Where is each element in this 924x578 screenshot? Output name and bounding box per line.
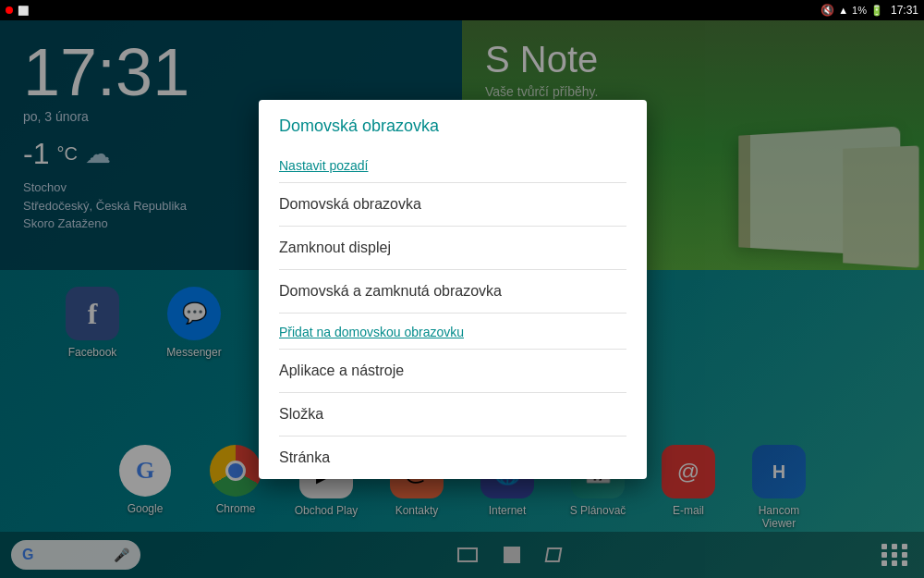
status-bar-left: ⬜ — [6, 4, 30, 17]
dialog-item-folder[interactable]: Složka — [259, 393, 647, 436]
mute-icon: 🔇 — [821, 4, 834, 17]
dialog-title: Domovská obrazovka — [259, 100, 647, 147]
clock-status: 17:31 — [891, 4, 918, 17]
dialog-item-lock-screen[interactable]: Zamknout displej — [259, 227, 647, 269]
dialog-section-background[interactable]: Nastavit pozadí — [259, 147, 647, 182]
context-menu-dialog: Domovská obrazovka Nastavit pozadí Domov… — [259, 100, 647, 479]
battery-icon: 🔋 — [870, 5, 883, 17]
notification-indicator — [6, 6, 13, 14]
screenshot-icon: ⬜ — [17, 4, 30, 17]
wifi-icon: ▲ — [838, 5, 848, 16]
dialog-item-home-screen[interactable]: Domovská obrazovka — [259, 183, 647, 226]
dialog-item-both-screens[interactable]: Domovská a zamknutá obrazovka — [259, 270, 647, 313]
dialog-item-page[interactable]: Stránka — [259, 437, 647, 479]
status-bar-right: 🔇 ▲ 1% 🔋 17:31 — [821, 4, 918, 17]
battery-percent: 1% — [852, 5, 867, 16]
status-bar: ⬜ 🔇 ▲ 1% 🔋 17:31 — [0, 0, 924, 20]
dialog-item-apps-tools[interactable]: Aplikace a nástroje — [259, 350, 647, 392]
dialog-section-add[interactable]: Přidat na domovskou obrazovku — [259, 314, 647, 349]
